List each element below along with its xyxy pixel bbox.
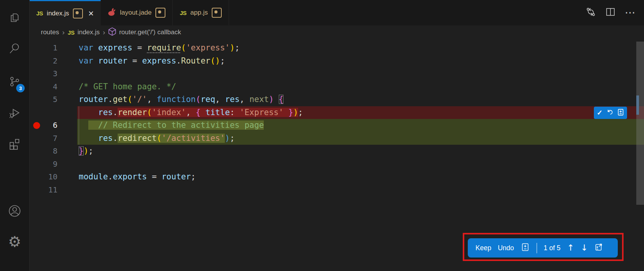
vertical-scrollbar[interactable] [636, 42, 644, 205]
modified-indicator-icon[interactable] [212, 8, 222, 18]
toggle-diff-icon[interactable] [521, 243, 530, 254]
code-line[interactable]: router.get('/', function(req, res, next)… [77, 93, 644, 106]
indent-guide [79, 106, 79, 145]
breadcrumb: routes › JS index.js › router.get('/') c… [29, 25, 644, 39]
split-editor-icon[interactable] [605, 7, 615, 18]
code-lines: var express = require('express');var rou… [77, 42, 644, 196]
symbol-method-icon [108, 27, 116, 38]
source-control-badge: 3 [16, 84, 25, 92]
code-line[interactable]: // Redirect to the activities page [77, 119, 644, 132]
tab-title: layout.jade [120, 9, 152, 17]
editor-actions: ⋯ [585, 0, 644, 25]
run-debug-icon[interactable] [0, 101, 29, 125]
chevron-right-icon: › [103, 28, 105, 37]
tab-index-js[interactable]: JS index.js × [29, 0, 101, 25]
jade-file-icon [108, 8, 116, 18]
chevron-right-icon: › [62, 28, 64, 37]
code-line[interactable]: res.redirect('/activities'); [77, 132, 644, 145]
inline-diff-actions: ✓ [594, 107, 627, 119]
source-control-icon[interactable]: 3 [0, 69, 29, 94]
javascript-file-icon: JS [180, 10, 186, 16]
change-counter: 1 of 5 [544, 244, 561, 252]
modified-indicator-icon[interactable] [155, 8, 165, 18]
discard-change-icon[interactable] [606, 109, 614, 117]
next-change-icon[interactable]: ↓ [581, 244, 588, 252]
tab-layout-jade[interactable]: layout.jade [101, 0, 173, 25]
breadcrumb-symbol[interactable]: router.get('/') callback [119, 28, 181, 36]
tab-app-js[interactable]: JS app.js [173, 0, 229, 25]
previous-change-icon[interactable]: ↑ [567, 244, 574, 252]
annotation-rectangle: Keep Undo 1 of 5 ↑ ↓ [463, 233, 624, 261]
code-line[interactable]: var router = express.Router(); [77, 55, 644, 68]
keep-button[interactable]: Keep [475, 244, 491, 252]
breadcrumb-folder[interactable]: routes [41, 28, 59, 36]
modified-indicator-icon[interactable] [73, 8, 83, 18]
code-line[interactable]: res.render('index', { title: 'Express' }… [77, 106, 644, 119]
accept-change-icon[interactable]: ✓ [597, 109, 602, 116]
more-actions-icon[interactable]: ⋯ [625, 7, 636, 18]
code-line[interactable] [77, 184, 644, 197]
tab-title: app.js [191, 9, 208, 17]
code-line[interactable]: /* GET home page. */ [77, 80, 644, 94]
edits-review-toolbar: Keep Undo 1 of 5 ↑ ↓ [468, 238, 618, 258]
breakpoint-dot[interactable] [33, 122, 40, 129]
undo-button[interactable]: Undo [498, 244, 514, 252]
close-tab-icon[interactable]: × [88, 9, 94, 18]
code-line[interactable] [77, 67, 644, 80]
activity-bar: 3 ⚙ [0, 0, 30, 271]
search-icon[interactable] [0, 36, 29, 61]
divider [536, 243, 537, 253]
tab-title: index.js [47, 10, 69, 17]
code-line[interactable] [77, 158, 644, 171]
breadcrumb-file[interactable]: index.js [78, 28, 100, 36]
open-changes-icon[interactable] [585, 7, 596, 19]
extensions-icon[interactable] [0, 132, 29, 156]
javascript-file-icon: JS [68, 29, 74, 36]
tab-bar: JS index.js × layout.jade JS app.js [29, 0, 644, 25]
open-changes-file-icon[interactable] [594, 243, 604, 254]
code-line[interactable]: }); [77, 145, 644, 158]
code-line[interactable]: module.exports = router; [77, 171, 644, 184]
explorer-icon[interactable] [0, 5, 29, 30]
accounts-icon[interactable] [0, 199, 29, 223]
toggle-diff-icon[interactable] [617, 109, 624, 117]
javascript-file-icon: JS [36, 10, 43, 17]
code-line[interactable]: var express = require('express'); [77, 42, 644, 55]
settings-gear-icon[interactable]: ⚙ [0, 229, 29, 254]
